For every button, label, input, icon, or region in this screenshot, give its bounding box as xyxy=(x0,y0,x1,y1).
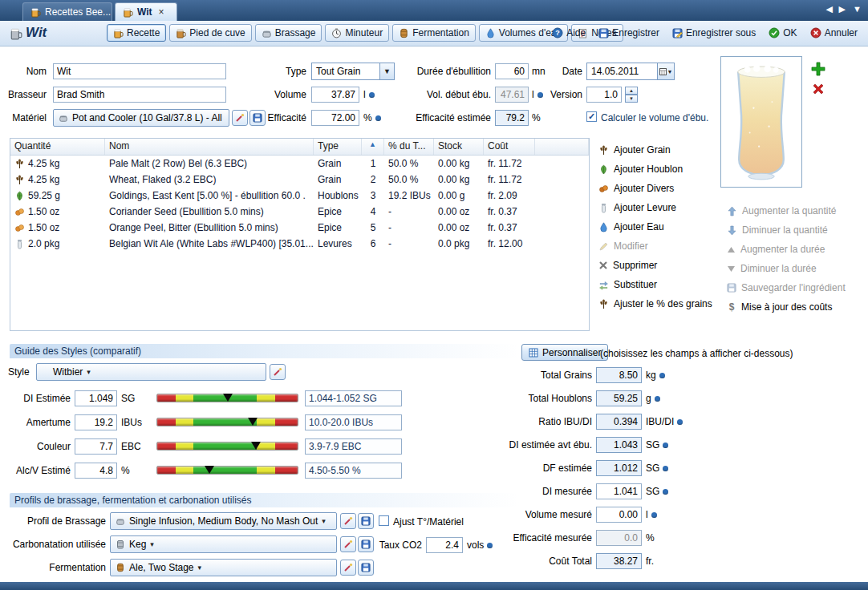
volume-mesure-input[interactable] xyxy=(596,507,642,523)
couleur-label: Couleur xyxy=(0,438,71,455)
info-dot-icon[interactable] xyxy=(663,442,668,448)
brassage-edit-button[interactable] xyxy=(340,513,356,529)
mise-a-jour-couts-button[interactable]: $ Mise à jour des coûts xyxy=(727,299,832,315)
di-estimee-label: DI Estimée xyxy=(0,390,71,407)
close-tab-icon[interactable]: × xyxy=(159,6,164,18)
tab-wit[interactable]: Wit × xyxy=(115,2,177,21)
fermentation-edit-button[interactable] xyxy=(340,560,356,576)
brasseur-input[interactable] xyxy=(53,87,226,103)
ok-button[interactable]: OK xyxy=(763,24,802,42)
sort-asc-icon[interactable]: ▲ xyxy=(362,139,384,155)
materiel-edit-button[interactable] xyxy=(232,110,248,126)
personnaliser-button[interactable]: Personnaliser xyxy=(521,344,608,361)
timer-icon xyxy=(331,28,342,38)
alcv-unit: % xyxy=(121,463,130,479)
couleur-input[interactable] xyxy=(75,438,117,455)
info-dot-icon[interactable] xyxy=(655,396,660,402)
materiel-combo[interactable]: Pot and Cooler (10 Gal/37.8 L) - All G xyxy=(53,109,229,127)
supprimer-button[interactable]: Supprimer xyxy=(598,257,657,273)
table-row[interactable]: 4.25 kg Pale Malt (2 Row) Bel (6.3 EBC) … xyxy=(10,156,589,172)
ajouter-divers-button[interactable]: Ajouter Divers xyxy=(598,180,674,196)
augmenter-duree-button[interactable]: Augmenter la durée xyxy=(727,241,825,257)
table-row[interactable]: 59.25 g Goldings, East Kent [5.00 %] - é… xyxy=(10,188,589,204)
ajouter-levure-button[interactable]: Ajouter Levure xyxy=(598,200,676,216)
date-picker[interactable]: 14.05.2011 ▼ xyxy=(586,63,675,80)
annuler-button[interactable]: Annuler xyxy=(805,24,863,42)
pied-de-cuve-button[interactable]: Pied de cuve xyxy=(169,24,251,42)
di-mesuree-input[interactable] xyxy=(596,483,642,499)
col-stock[interactable]: Stock xyxy=(434,139,484,155)
info-dot-icon[interactable] xyxy=(677,419,683,425)
col-type[interactable]: Type xyxy=(314,139,362,155)
col-cout[interactable]: Coût xyxy=(484,139,535,155)
ajouter-grain-button[interactable]: Ajouter Grain xyxy=(598,142,671,158)
volume-input[interactable] xyxy=(311,87,359,103)
spin-up-icon[interactable]: ▲ xyxy=(625,87,638,95)
fermentation-combo[interactable]: Ale, Two Stage ▾ xyxy=(110,559,337,576)
substituer-button[interactable]: Substituer xyxy=(598,277,657,293)
table-row[interactable]: 2.0 pkg Belgian Wit Ale (White Labs #WLP… xyxy=(10,236,589,252)
tab-nav-forward-icon[interactable]: ▶ xyxy=(839,4,846,14)
delete-recipe-button[interactable] xyxy=(811,82,825,96)
spin-down-icon[interactable]: ▼ xyxy=(625,95,638,103)
alcv-input[interactable] xyxy=(75,463,117,479)
action-label: Modifier xyxy=(614,240,648,252)
minuteur-button[interactable]: Minuteur xyxy=(325,24,389,42)
carbonation-combo[interactable]: Keg ▾ xyxy=(110,535,337,553)
fermentation-save-button[interactable] xyxy=(358,560,374,576)
tab-recettes[interactable]: Recettes Bee... xyxy=(22,2,112,21)
info-dot-icon[interactable] xyxy=(537,92,543,98)
modifier-button[interactable]: Modifier xyxy=(598,238,648,254)
brassage-save-button[interactable] xyxy=(358,513,374,529)
table-row[interactable]: 1.50 oz Orange Peel, Bitter (Ebullition … xyxy=(10,220,589,236)
volume-mesure-unit: l xyxy=(646,507,657,523)
amertume-input[interactable] xyxy=(75,414,117,430)
info-dot-icon[interactable] xyxy=(375,115,381,121)
di-estimee-input[interactable] xyxy=(75,390,117,406)
enregistrer-button[interactable]: Enregistrer xyxy=(593,24,665,42)
add-recipe-button[interactable] xyxy=(810,61,826,77)
button-label: Fermentation xyxy=(412,27,469,38)
ajouter-houblon-button[interactable]: Ajouter Houblon xyxy=(598,161,683,177)
ajouter-eau-button[interactable]: Ajouter Eau xyxy=(598,219,664,235)
version-input[interactable] xyxy=(586,87,622,103)
table-row[interactable]: 4.25 kg Wheat, Flaked (3.2 EBC) Grain 2 … xyxy=(10,172,589,188)
recette-button[interactable]: Recette xyxy=(107,24,166,42)
info-dot-icon[interactable] xyxy=(663,466,668,471)
col-pct[interactable]: % du T... xyxy=(384,139,434,155)
enregistrer-sous-button[interactable]: Enregistrer sous xyxy=(667,24,761,42)
unit-text: % xyxy=(363,112,372,123)
version-spinner[interactable]: ▲ ▼ xyxy=(625,87,638,103)
carbonation-save-button[interactable] xyxy=(358,536,374,552)
info-dot-icon[interactable] xyxy=(663,489,668,495)
efficacite-input[interactable] xyxy=(311,110,359,126)
aide-button[interactable]: ? Aide xyxy=(546,24,591,42)
tab-list-dropdown-icon[interactable]: ▼ xyxy=(853,4,862,14)
info-dot-icon[interactable] xyxy=(369,92,375,98)
nom-input[interactable] xyxy=(53,63,226,79)
ajuster-pct-grains-button[interactable]: Ajuster le % des grains xyxy=(598,296,712,312)
style-combo[interactable]: Witbier ▾ xyxy=(36,363,266,381)
brassage-button[interactable]: Brassage xyxy=(255,24,322,42)
info-dot-icon[interactable] xyxy=(659,373,665,378)
augmenter-quantite-button[interactable]: Augmenter la quantité xyxy=(727,203,836,219)
diminuer-duree-button[interactable]: Diminuer la durée xyxy=(727,261,817,277)
tab-nav-back-icon[interactable]: ◀ xyxy=(826,4,833,14)
table-row[interactable]: 1.50 oz Coriander Seed (Ebullition 5.0 m… xyxy=(10,204,589,220)
duree-input[interactable] xyxy=(495,63,529,79)
info-dot-icon[interactable] xyxy=(651,512,657,518)
calc-ebu-checkbox[interactable]: ✓ xyxy=(586,111,597,122)
type-select[interactable]: Tout Grain ▼ xyxy=(311,63,395,80)
col-quantite[interactable]: Quantité xyxy=(10,139,105,155)
fermentation-button[interactable]: Fermentation xyxy=(392,24,476,42)
cell-name: Orange Peel, Bitter (Ebullition 5.0 mins… xyxy=(109,222,278,233)
ajust-checkbox[interactable] xyxy=(379,515,389,526)
diminuer-quantite-button[interactable]: Diminuer la quantité xyxy=(727,222,828,238)
col-nom[interactable]: Nom xyxy=(105,139,314,155)
sauvegarder-ingredient-button[interactable]: Sauvegarder l'ingrédient xyxy=(727,280,846,296)
profil-brassage-combo[interactable]: Single Infusion, Medium Body, No Mash Ou… xyxy=(110,512,337,530)
style-edit-button[interactable] xyxy=(270,364,286,380)
chevron-down-icon: ▾ xyxy=(198,564,202,572)
taux-co2-input[interactable] xyxy=(426,537,463,553)
carbonation-edit-button[interactable] xyxy=(340,536,356,552)
